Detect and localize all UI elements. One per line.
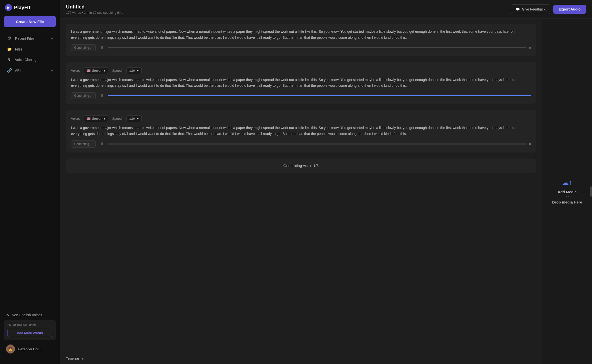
files-icon: 📁 [7,47,12,52]
sidebar-item-label: Files [15,47,22,51]
right-panel: ☁↑ Add Media or Drop media Here [542,19,592,364]
voice-selector[interactable]: 🇺🇸 Steven ▾ [84,67,108,74]
add-media-text: Add Media [558,190,577,194]
progress-bar [108,95,531,96]
non-english-voices-label: Non-English Voices [12,313,42,317]
text-block: I was a government major which means I h… [66,24,536,56]
export-audio-button[interactable]: Export Audio [553,5,586,14]
generating-badge: Generating ... [71,44,96,51]
non-english-voices-item[interactable]: ✕ Non-English Voices [4,310,56,320]
app-logo: ▶ PlayHT [0,4,60,16]
user-menu-button[interactable]: ··· [50,347,54,351]
block-text: I was a government major which means I h… [71,125,531,137]
add-more-words-button[interactable]: Add More Words [8,329,52,337]
avatar: 👩 [6,344,15,354]
block-text: I was a government major which means I h… [71,77,531,89]
generating-badge: Generating ... [71,92,96,99]
sidebar-item-label: Voice Cloning [15,58,36,62]
editor-scroll: I was a government major which means I h… [60,19,542,353]
add-media-area: ☁↑ Add Media or Drop media Here [552,178,582,204]
words-usage-box: 350 of 1000000 used Add More Words [4,320,56,340]
speed-value: 1.0x [129,117,136,120]
avatar-emoji: 👩 [8,347,13,352]
logo-icon: ▶ [5,4,12,11]
sidebar-item-recent-files[interactable]: ⏱ Recent Files ▾ [2,33,58,44]
user-profile[interactable]: 👩 Alexander Ogu... ··· [4,342,56,356]
timeline-bar[interactable]: Timeline ▲ [60,353,542,364]
pause-button[interactable]: ⏸ [98,92,105,99]
chevron-down-icon: ▾ [51,37,53,40]
flag-icon: 🇺🇸 [86,117,90,120]
user-name: Alexander Ogu... [18,347,48,351]
voice-speed-bar: Voice: 🇺🇸 Steven ▾ Speed: 1.0x ▾ [71,67,531,74]
timeline-label: Timeline [66,356,79,360]
voice-selector[interactable]: 🇺🇸 Steven ▾ [84,115,108,122]
voice-speed-bar: Voice: 🇺🇸 Steven ▾ Speed: 1.0x ▾ [71,115,531,122]
voice-cloning-icon: 🎙 [7,58,12,62]
create-new-file-button[interactable]: Create New File [4,16,56,27]
feedback-icon: 💬 [516,7,520,11]
cloud-upload-icon: ☁↑ [562,178,572,187]
playback-bar: Generating ... ⏸ [71,92,531,99]
sidebar-item-label: Recent Files [15,36,34,40]
chevron-up-icon: ▲ [81,357,84,360]
add-media-or: or [566,195,568,199]
text-block: Voice: 🇺🇸 Steven ▾ Speed: 1.0x ▾ [66,62,536,104]
sidebar: ▶ PlayHT Create New File ⏱ Recent Files … [0,0,60,364]
chevron-down-icon: ▾ [51,69,53,72]
playback-bar: Generating ... ⏸ [71,44,531,51]
progress-dot [529,47,531,49]
playback-bar: Generating ... ⏸ [71,140,531,148]
voice-name: Steven [92,69,102,72]
doc-title-section: Untitled 172 words • 1 min 19 sec speaki… [66,4,123,14]
editor-area: I was a government major which means I h… [60,19,542,364]
api-icon: 🔗 [7,68,12,73]
give-feedback-button[interactable]: 💬 Give Feedback [511,4,550,14]
generating-badge: Generating ... [71,140,96,148]
text-block: Voice: 🇺🇸 Steven ▾ Speed: 1.0x ▾ [66,110,536,152]
pause-button[interactable]: ⏸ [98,44,105,51]
sidebar-item-api[interactable]: 🔗 API ▾ [2,65,58,76]
app-name: PlayHT [14,5,31,10]
voice-name: Steven [92,117,102,120]
chevron-down-icon: ▾ [137,117,139,120]
resize-handle[interactable] [590,186,592,196]
doc-meta: 172 words • 1 min 19 sec speaking time [66,11,123,14]
header-actions: 💬 Give Feedback Export Audio [511,4,586,14]
sidebar-item-label: API [15,68,21,72]
speed-selector[interactable]: 1.0x ▾ [126,67,142,74]
recent-files-icon: ⏱ [7,36,12,41]
main-area: I was a government major which means I h… [60,19,592,364]
generating-audio-banner: Generating Audio 1/3 [66,158,536,173]
translate-icon: ✕ [6,312,9,317]
speed-selector[interactable]: 1.0x ▾ [126,115,142,122]
sidebar-item-files[interactable]: 📁 Files [2,44,58,54]
doc-title: Untitled [66,4,123,10]
progress-bar [108,144,526,144]
block-text: I was a government major which means I h… [71,29,531,41]
progress-dot [529,143,531,145]
sidebar-item-voice-cloning[interactable]: 🎙 Voice Cloning [2,54,58,65]
drop-media-text: Drop media Here [552,200,582,204]
chevron-down-icon: ▾ [104,117,106,120]
sidebar-bottom: ✕ Non-English Voices 350 of 1000000 used… [0,310,60,360]
flag-icon: 🇺🇸 [86,69,90,72]
chevron-down-icon: ▾ [104,69,106,72]
progress-bar [108,47,526,48]
words-usage-text: 350 of 1000000 used [8,323,52,327]
pause-button[interactable]: ⏸ [98,140,105,148]
speed-value: 1.0x [129,69,136,72]
generating-audio-text: Generating Audio 1/3 [284,164,319,168]
progress-fill [108,95,531,96]
top-header: Untitled 172 words • 1 min 19 sec speaki… [60,0,592,19]
chevron-down-icon: ▾ [137,69,139,72]
